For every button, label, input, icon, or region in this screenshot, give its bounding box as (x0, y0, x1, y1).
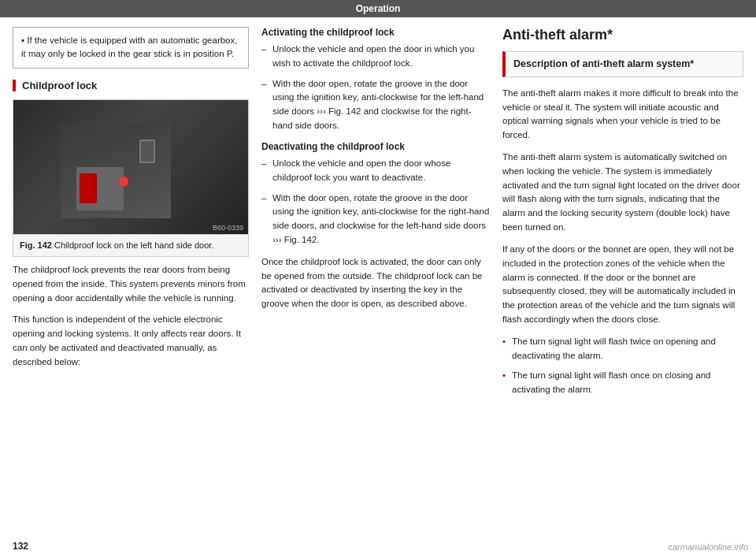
right-para-3: If any of the doors or the bonnet are op… (502, 243, 743, 327)
page: Operation If the vehicle is equipped wit… (0, 0, 756, 558)
figure-box: B60-0339 Fig. 142 Childproof lock on the… (13, 99, 249, 257)
page-number: 132 (13, 541, 28, 552)
content-area: If the vehicle is equipped with an autom… (0, 17, 756, 558)
left-body-text-1: The childproof lock prevents the rear do… (13, 263, 249, 305)
deactivating-title: Deactivating the childproof lock (261, 141, 490, 152)
notice-text: If the vehicle is equipped with an autom… (21, 34, 240, 61)
bullet-item-1: The turn signal light will flash twice o… (502, 335, 743, 363)
left-body-text-2: This function is independent of the vehi… (13, 313, 249, 369)
bullet-item-2: The turn signal light will flash once on… (502, 369, 743, 397)
header-bar: Operation (0, 0, 756, 17)
deactivating-step-2: With the door open, rotate the groove in… (261, 192, 490, 247)
figure-number-tag: B60-0339 (213, 224, 243, 232)
watermark: carmanualonline.info (668, 542, 748, 552)
right-para-2: The anti-theft alarm system is automatic… (502, 151, 743, 235)
left-column: If the vehicle is equipped with an autom… (13, 27, 249, 549)
right-column: Anti-theft alarm* Description of anti-th… (502, 27, 743, 549)
fig-caption-text: Childproof lock on the left hand side do… (54, 240, 213, 250)
figure-image-inner: B60-0339 (13, 100, 248, 234)
figure-image: B60-0339 (13, 100, 248, 234)
childproof-lock-heading: Childproof lock (13, 80, 249, 91)
notice-box: If the vehicle is equipped with an autom… (13, 27, 249, 69)
anti-theft-title: Anti-theft alarm* (502, 27, 743, 43)
deactivating-step-1: Unlock the vehicle and open the door who… (261, 157, 490, 185)
right-para-1: The anti-theft alarm makes it more diffi… (502, 87, 743, 143)
activating-step-1: Unlock the vehicle and open the door in … (261, 43, 490, 71)
figure-caption: Fig. 142 Childproof lock on the left han… (13, 234, 248, 256)
fig-label: Fig. 142 (20, 240, 52, 250)
closing-paragraph: Once the childproof lock is activated, t… (261, 255, 490, 311)
middle-column: Activating the childproof lock Unlock th… (261, 27, 490, 549)
header-title: Operation (356, 3, 401, 14)
activating-step-2: With the door open, rotate the groove in… (261, 77, 490, 133)
description-box-title: Description of anti-theft alarm system* (513, 57, 735, 72)
activating-title: Activating the childproof lock (261, 27, 490, 38)
description-box: Description of anti-theft alarm system* (502, 51, 743, 77)
